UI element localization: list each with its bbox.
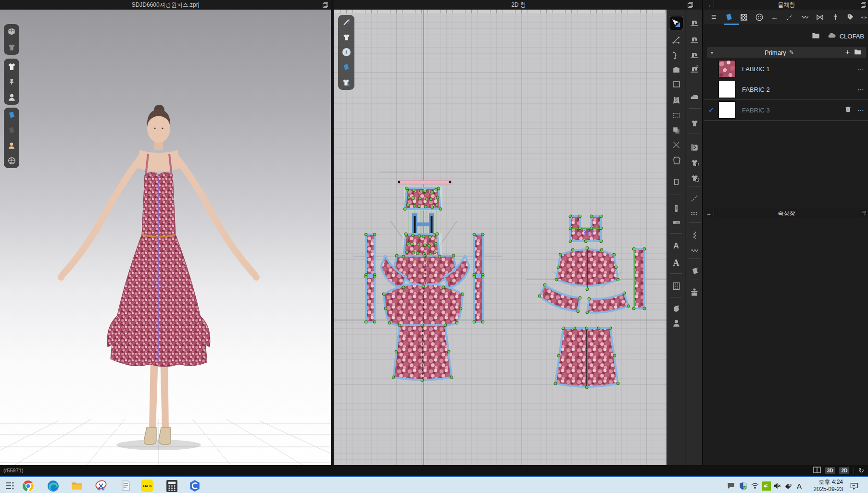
property-window-titlebar[interactable]: → 속성창 — [704, 209, 868, 218]
edit-pattern-tool[interactable] — [669, 33, 683, 47]
pattern-flounce-back-left[interactable] — [540, 285, 580, 311]
folder-icon[interactable] — [854, 48, 862, 57]
avatar-bust-icon[interactable] — [6, 91, 17, 103]
primary-section-bar[interactable]: ▾ Primary ✎ + — [707, 47, 866, 58]
sync-refresh-icon[interactable]: ↻ — [858, 467, 864, 474]
add-folder-icon[interactable] — [811, 31, 820, 41]
fabric-roll-texture-tool[interactable] — [688, 140, 701, 154]
texture-shirt-tool[interactable] — [688, 171, 701, 185]
bow-tab-icon[interactable] — [815, 12, 825, 23]
free-sewing-tool[interactable] — [688, 33, 701, 47]
shirt-tool-icon[interactable] — [340, 32, 352, 43]
grainline-tool[interactable] — [669, 138, 683, 151]
2d-window-titlebar[interactable]: 2D 창 — [334, 0, 704, 10]
3d-viewport[interactable] — [0, 10, 331, 465]
fabric-swatch[interactable] — [718, 101, 736, 119]
garment-points-icon[interactable] — [6, 41, 17, 53]
fabric-row[interactable]: FABRIC 2 ⋯ — [704, 79, 868, 100]
elastic-band-tool[interactable] — [688, 244, 701, 257]
undock-icon[interactable] — [861, 211, 866, 216]
caret-down-icon[interactable]: ▾ — [711, 50, 713, 55]
needle-tool-icon[interactable] — [340, 17, 352, 28]
info-icon[interactable]: i — [340, 47, 352, 58]
object-window-titlebar[interactable]: → 물체창 — [704, 0, 868, 10]
fabric-blue-icon[interactable] — [340, 62, 352, 73]
fabric-row[interactable]: FABRIC 1 ⋯ — [704, 59, 868, 79]
text-cursor-tool[interactable]: A — [669, 239, 683, 253]
mn-sewing-tool[interactable] — [688, 49, 701, 62]
edit-sewing-tool[interactable] — [688, 63, 701, 76]
globe-icon[interactable] — [6, 155, 17, 166]
seam-ruler-horizontal-tool[interactable] — [669, 215, 683, 229]
collapse-arrow-icon[interactable]: → — [706, 1, 714, 8]
edge-icon[interactable] — [46, 479, 60, 493]
shirt-lock-icon[interactable] — [340, 76, 352, 88]
2d-pattern-canvas[interactable]: i A — [334, 10, 704, 465]
tray-defender-icon[interactable] — [736, 479, 750, 493]
pattern-group-back[interactable] — [538, 215, 646, 389]
add-fabric-tool[interactable]: + — [688, 264, 701, 278]
fabric-tab-icon[interactable] — [724, 12, 734, 23]
iron-tool[interactable] — [688, 90, 701, 103]
pattern-group-front[interactable] — [365, 181, 484, 382]
shirring-tool[interactable] — [669, 93, 683, 107]
pattern-side-strip[interactable] — [474, 277, 483, 322]
rectangle-pattern-tool[interactable] — [669, 77, 683, 91]
simulate-cube-icon[interactable] — [6, 26, 17, 37]
chrome-icon[interactable] — [21, 479, 35, 493]
segment-sewing-tool[interactable] — [688, 16, 701, 30]
elastic-dart-tool[interactable] — [669, 109, 683, 122]
fabric-swatch[interactable] — [718, 60, 736, 77]
kakaotalk-icon[interactable]: TALK — [140, 479, 154, 493]
pattern-outline-tool[interactable] — [669, 153, 683, 167]
transform-pattern-tool[interactable] — [669, 16, 683, 30]
taskbar-clock[interactable]: 오후 4:24 2025-09-23 — [814, 479, 843, 493]
calculator-icon[interactable] — [165, 479, 178, 493]
topstitch-arrow-icon[interactable]: ← — [769, 12, 780, 23]
tack-tool[interactable] — [688, 207, 701, 220]
pattern-shape-tool[interactable] — [669, 63, 683, 76]
collapse-arrow-icon[interactable]: → — [706, 210, 714, 217]
view-2d-button[interactable]: 2D — [839, 467, 849, 474]
clo-app-icon[interactable] — [188, 479, 201, 493]
fabric-row-selected[interactable]: ✓ FABRIC 3 ⋯ — [704, 100, 868, 121]
notepad-icon[interactable] — [119, 479, 132, 493]
snipping-tool-icon[interactable] — [94, 479, 108, 493]
pattern-side-strip[interactable] — [366, 234, 375, 275]
rename-pencil-icon[interactable]: ✎ — [789, 49, 794, 56]
add-fabric-button[interactable]: + — [845, 48, 850, 57]
undock-icon[interactable] — [323, 2, 328, 8]
tab-nav-left-icon[interactable]: ◂ — [861, 14, 863, 20]
basting-tool[interactable] — [688, 191, 701, 205]
show-garment-shirt-icon[interactable] — [6, 61, 17, 72]
tab-nav-right-icon[interactable]: ▸ — [865, 14, 867, 20]
pin-garment-icon[interactable] — [6, 76, 17, 87]
fabric-blue-icon[interactable] — [6, 110, 17, 121]
fabric-swatch[interactable] — [718, 81, 736, 98]
zipper-tab-icon[interactable] — [830, 12, 841, 23]
drape-avatar-tool[interactable] — [669, 316, 683, 330]
undock-icon[interactable] — [861, 2, 866, 8]
button-tab-icon[interactable] — [755, 12, 765, 23]
seam-ruler-vertical-tool[interactable] — [669, 201, 683, 215]
list-tab-icon[interactable]: ≡ — [709, 12, 719, 23]
undock-icon[interactable] — [688, 2, 693, 8]
taskview-icon[interactable] — [3, 479, 16, 493]
select-garment-tool[interactable] — [688, 116, 701, 130]
view-3d-button[interactable]: 3D — [825, 467, 835, 474]
pleat-tool[interactable] — [669, 279, 683, 293]
edit-curvature-tool[interactable] — [669, 49, 683, 62]
label-tab-icon[interactable] — [845, 12, 855, 23]
show-pattern-book-tool[interactable] — [669, 175, 683, 188]
pattern-side-strip[interactable] — [366, 277, 375, 322]
notification-center-icon[interactable] — [847, 479, 861, 493]
avatar-head-icon[interactable] — [6, 140, 17, 151]
row-menu-icon[interactable]: ⋯ — [857, 106, 864, 114]
pattern-side-strip-back[interactable] — [634, 249, 644, 308]
puckering-tab-icon[interactable] — [800, 12, 810, 23]
quilting-tool[interactable] — [688, 285, 701, 299]
drape-fabric-tool[interactable] — [669, 302, 683, 315]
trim-tab-icon[interactable] — [739, 12, 749, 23]
pattern-flounce-back-right[interactable] — [587, 293, 629, 313]
clone-pattern-tool[interactable] — [669, 123, 683, 137]
